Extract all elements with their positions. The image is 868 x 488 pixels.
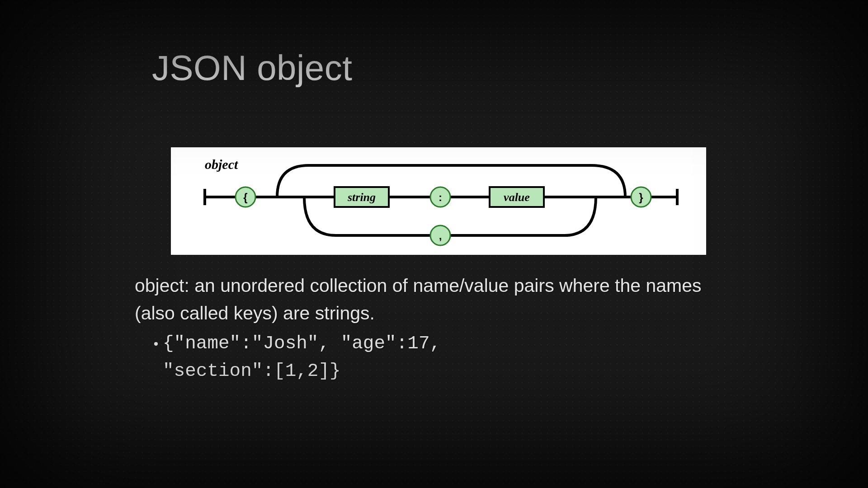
node-value-box: value bbox=[490, 187, 544, 207]
node-close-brace: } bbox=[631, 187, 651, 207]
svg-text:value: value bbox=[504, 191, 530, 204]
slide-description: object: an unordered collection of name/… bbox=[135, 272, 741, 327]
svg-text:string: string bbox=[347, 191, 376, 204]
code-example: {"name":"Josh", "age":17, "section":[1,2… bbox=[163, 330, 441, 385]
svg-text:}: } bbox=[639, 191, 643, 203]
rail-bypass-top bbox=[277, 165, 625, 197]
node-comma: , bbox=[430, 225, 450, 245]
node-colon: : bbox=[430, 187, 450, 207]
svg-text::: : bbox=[439, 191, 442, 203]
node-string-box: string bbox=[335, 187, 389, 207]
bullet-dot-icon: • bbox=[149, 330, 163, 352]
node-open-brace: { bbox=[236, 187, 255, 207]
slide: JSON object object { string bbox=[0, 0, 868, 488]
diagram-label: object bbox=[205, 157, 239, 172]
svg-text:{: { bbox=[243, 191, 247, 203]
railroad-diagram: object { string : bbox=[171, 147, 706, 255]
bullet-item: • {"name":"Josh", "age":17, "section":[1… bbox=[149, 330, 728, 385]
slide-title: JSON object bbox=[152, 47, 352, 89]
svg-text:,: , bbox=[439, 230, 442, 242]
